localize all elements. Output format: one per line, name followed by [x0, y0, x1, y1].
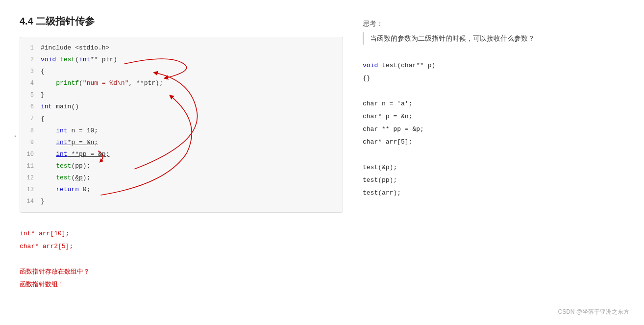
watermark: CSDN @坐落于亚洲之东方	[558, 308, 629, 316]
rcode-3: char n = 'a';	[363, 98, 624, 110]
rcode-sp1	[363, 85, 624, 98]
code-line-10: 10 int **pp = &p;	[20, 149, 343, 160]
rcode-4: char* p = &n;	[363, 110, 624, 123]
blockquote-text: 当函数的参数为二级指针的时候，可以接收什么参数？	[363, 32, 624, 45]
think-label: 思考：	[363, 20, 624, 28]
code-block: 1 #include <stdio.h> 2 void test(int** p…	[20, 37, 343, 213]
rcode-9: test(arr);	[363, 187, 624, 200]
code-line-8: 8 int n = 10;	[20, 125, 343, 137]
code-line-7: 7 {	[20, 113, 343, 125]
section-title: 4.4 二级指针传参	[20, 15, 343, 28]
bottom-line-1: int* arr[10];	[20, 227, 343, 240]
left-panel: 4.4 二级指针传参 →	[20, 15, 343, 291]
code-line-14: 14 }	[20, 196, 343, 207]
rcode-2: {}	[363, 72, 624, 85]
bottom-line-3: 函数指针存放在数组中？	[20, 266, 343, 278]
code-line-2: 2 void test(int** ptr)	[20, 54, 343, 66]
rcode-sp2	[363, 149, 624, 161]
code-block-wrapper: →	[20, 37, 343, 213]
code-line-6: 6 int main()	[20, 101, 343, 113]
right-panel: 思考： 当函数的参数为二级指针的时候，可以接收什么参数？ void test(c…	[363, 15, 624, 291]
code-line-1: 1 #include <stdio.h>	[20, 42, 343, 54]
rcode-6: char* arr[5];	[363, 136, 624, 149]
bottom-line-2: char* arr2[5];	[20, 240, 343, 253]
bottom-text-block: int* arr[10]; char* arr2[5]; 函数指针存放在数组中？…	[20, 227, 343, 291]
code-line-13: 13 return 0;	[20, 184, 343, 196]
code-line-5: 5 }	[20, 89, 343, 101]
left-arrow-indicator: →	[9, 131, 18, 141]
code-line-12: 12 test(&p);	[20, 172, 343, 184]
code-line-4: 4 printf("num = %d\n", **ptr);	[20, 77, 343, 89]
bottom-line-4: 函数指针数组！	[20, 278, 343, 291]
rcode-1: void test(char** p)	[363, 59, 624, 72]
right-code-block: void test(char** p) {} char n = 'a'; cha…	[363, 59, 624, 200]
rcode-5: char ** pp = &p;	[363, 123, 624, 136]
code-line-11: 11 test(pp);	[20, 160, 343, 172]
code-line-9: 9 int*p = &n;	[20, 137, 343, 149]
bottom-line-spacer	[20, 253, 343, 266]
rcode-8: test(pp);	[363, 174, 624, 187]
rcode-7: test(&p);	[363, 161, 624, 174]
code-line-3: 3 {	[20, 66, 343, 77]
